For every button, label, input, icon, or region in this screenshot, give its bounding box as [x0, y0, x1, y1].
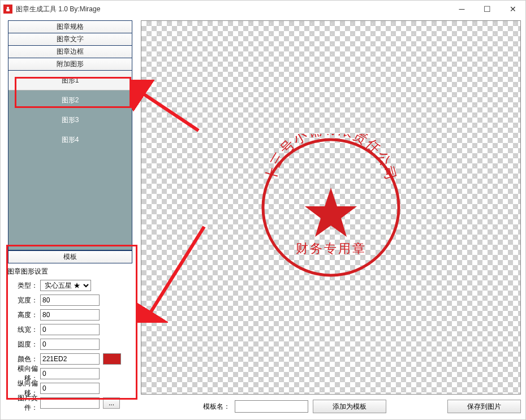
- shapes-panel: 图形1 图形2 图形3 图形4: [8, 70, 132, 250]
- svg-point-1: [7, 7, 9, 9]
- close-button[interactable]: ✕: [500, 1, 525, 18]
- add-template-button[interactable]: 添加为模板: [313, 400, 386, 413]
- canvas: 十三号小铺有限责任公司 财务专用章: [141, 20, 521, 395]
- linew-input[interactable]: [40, 324, 100, 335]
- window-title: 图章生成工具 1.0 By:Mirage: [16, 5, 100, 14]
- linew-label: 线宽：: [7, 325, 40, 335]
- stamp-preview: 十三号小铺有限责任公司 财务专用章: [257, 134, 404, 281]
- svg-text:财务专用章: 财务专用章: [296, 241, 367, 256]
- browse-button[interactable]: ...: [103, 397, 120, 409]
- template-name-label: 模板名：: [203, 402, 230, 412]
- type-label: 类型：: [7, 281, 40, 291]
- type-select[interactable]: 实心五星 ★: [40, 280, 91, 291]
- titlebar: 图章生成工具 1.0 By:Mirage ─ ☐ ✕: [1, 1, 525, 18]
- file-label: 图片文件：: [7, 393, 40, 413]
- shape-item-3[interactable]: 图形3: [8, 110, 132, 130]
- settings-panel: 图章图形设置 类型： 实心五星 ★ 宽度： 高度： 线宽：: [5, 263, 135, 415]
- voff-input[interactable]: [40, 383, 100, 394]
- nav-border[interactable]: 图章边框: [8, 45, 132, 58]
- svg-text:十三号小铺有限责任公司: 十三号小铺有限责任公司: [262, 134, 399, 183]
- file-input[interactable]: [40, 397, 100, 409]
- save-image-button[interactable]: 保存到图片: [447, 400, 521, 413]
- color-input[interactable]: [40, 353, 100, 365]
- sidebar: 图章规格 图章文字 图章边框 附加图形 图形1 图形2 图形3 图形4 模板 图…: [5, 20, 135, 415]
- nav-extra[interactable]: 附加图形: [8, 58, 132, 71]
- hoff-input[interactable]: [40, 368, 100, 379]
- bottom-bar: 模板名： 添加为模板 保存到图片: [141, 398, 521, 415]
- nav-text[interactable]: 图章文字: [8, 33, 132, 46]
- shape-item-1[interactable]: 图形1: [8, 71, 132, 90]
- color-label: 颜色：: [7, 354, 40, 364]
- shape-item-2[interactable]: 图形2: [8, 90, 132, 110]
- star-icon: [305, 188, 357, 237]
- width-input[interactable]: [40, 295, 100, 306]
- nav-template[interactable]: 模板: [8, 250, 132, 263]
- round-label: 圆度：: [7, 340, 40, 349]
- height-input[interactable]: [40, 309, 100, 321]
- maximize-button[interactable]: ☐: [475, 1, 500, 18]
- shape-item-4[interactable]: 图形4: [8, 130, 132, 150]
- round-input[interactable]: [40, 339, 100, 350]
- nav-spec[interactable]: 图章规格: [8, 20, 132, 33]
- settings-title: 图章图形设置: [7, 267, 133, 276]
- minimize-button[interactable]: ─: [449, 1, 475, 18]
- width-label: 宽度：: [7, 296, 40, 305]
- color-swatch[interactable]: [103, 353, 121, 365]
- app-icon: [3, 5, 12, 14]
- height-label: 高度：: [7, 310, 40, 320]
- svg-rect-2: [6, 9, 10, 11]
- template-name-input[interactable]: [235, 400, 308, 413]
